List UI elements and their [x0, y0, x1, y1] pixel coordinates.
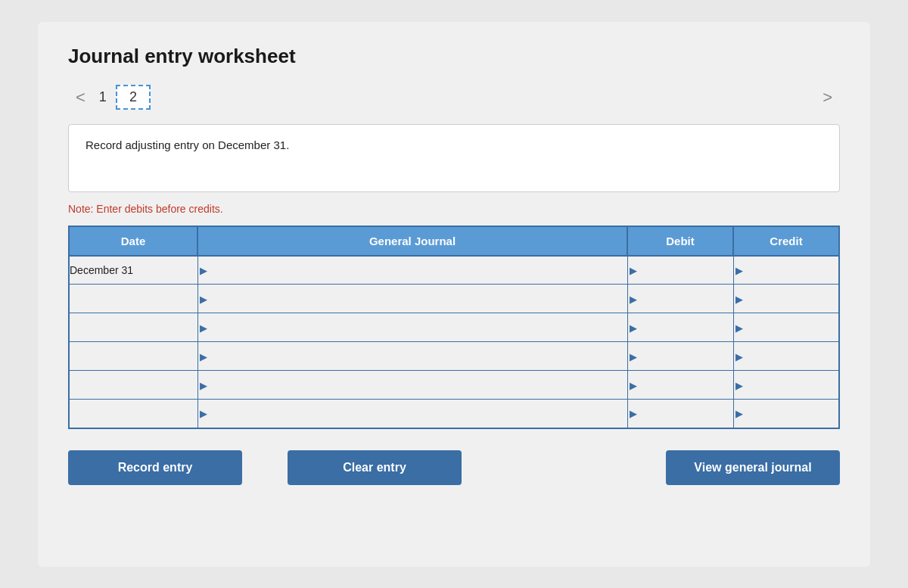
- header-debit: Debit: [627, 226, 733, 256]
- arrow-icon: ▶: [630, 350, 637, 362]
- journal-cell-1[interactable]: ▶: [197, 285, 627, 313]
- debit-input[interactable]: [628, 313, 733, 341]
- date-cell-1: [69, 285, 197, 313]
- debit-cell-2[interactable]: ▶: [627, 313, 733, 342]
- credit-cell-5[interactable]: ▶: [733, 400, 839, 428]
- debit-cell-1[interactable]: ▶: [627, 285, 733, 313]
- arrow-icon: ▶: [630, 293, 637, 304]
- header-journal: General Journal: [197, 226, 627, 256]
- journal-input[interactable]: [198, 313, 627, 341]
- instruction-box: Record adjusting entry on December 31.: [68, 124, 840, 192]
- arrow-icon: ▶: [735, 322, 743, 333]
- date-cell-3: [69, 342, 197, 371]
- journal-table: Date General Journal Debit Credit Decemb…: [68, 226, 840, 429]
- journal-cell-3[interactable]: ▶: [197, 342, 627, 371]
- credit-cell-2[interactable]: ▶: [733, 313, 839, 342]
- table-row: ▶▶▶: [69, 342, 839, 371]
- debit-input[interactable]: [628, 371, 733, 399]
- credit-cell-0[interactable]: ▶: [733, 256, 839, 285]
- journal-input[interactable]: [198, 257, 627, 285]
- credit-input[interactable]: [734, 342, 839, 370]
- arrow-icon: ▶: [630, 264, 637, 275]
- credit-input[interactable]: [734, 313, 839, 341]
- main-container: Journal entry worksheet < 1 2 > Record a…: [38, 22, 870, 567]
- arrow-icon: ▶: [735, 264, 743, 275]
- arrow-icon: ▶: [735, 408, 743, 419]
- journal-input[interactable]: [198, 285, 627, 313]
- arrow-icon: ▶: [200, 322, 207, 333]
- header-credit: Credit: [733, 226, 839, 256]
- note-text: Note: Enter debits before credits.: [68, 203, 840, 215]
- journal-cell-0[interactable]: ▶: [197, 256, 627, 285]
- arrow-icon: ▶: [735, 350, 743, 362]
- page-2-number-box[interactable]: 2: [116, 85, 151, 110]
- arrow-icon: ▶: [630, 322, 637, 333]
- credit-input[interactable]: [734, 371, 839, 399]
- navigation-row: < 1 2 >: [68, 85, 840, 110]
- date-cell-5: [69, 400, 197, 428]
- journal-cell-5[interactable]: ▶: [197, 400, 627, 428]
- table-row: December 31▶▶▶: [69, 256, 839, 285]
- view-general-journal-button[interactable]: View general journal: [666, 450, 840, 485]
- credit-cell-4[interactable]: ▶: [733, 371, 839, 400]
- arrow-icon: ▶: [200, 350, 207, 362]
- debit-cell-3[interactable]: ▶: [627, 342, 733, 371]
- arrow-icon: ▶: [735, 379, 743, 390]
- table-row: ▶▶▶: [69, 313, 839, 342]
- arrow-icon: ▶: [735, 293, 743, 304]
- credit-input[interactable]: [734, 257, 839, 285]
- prev-arrow[interactable]: <: [68, 85, 93, 110]
- date-cell-2: [69, 313, 197, 342]
- credit-input[interactable]: [734, 285, 839, 313]
- record-entry-button[interactable]: Record entry: [68, 450, 242, 485]
- arrow-icon: ▶: [630, 408, 637, 419]
- credit-cell-1[interactable]: ▶: [733, 285, 839, 313]
- journal-input[interactable]: [198, 371, 627, 399]
- debit-cell-5[interactable]: ▶: [627, 400, 733, 428]
- journal-cell-4[interactable]: ▶: [197, 371, 627, 400]
- journal-input[interactable]: [198, 342, 627, 370]
- button-row: Record entry Clear entry View general jo…: [68, 450, 840, 485]
- credit-cell-3[interactable]: ▶: [733, 342, 839, 371]
- arrow-icon: ▶: [200, 408, 207, 419]
- debit-input[interactable]: [628, 257, 733, 285]
- table-row: ▶▶▶: [69, 400, 839, 428]
- debit-input[interactable]: [628, 285, 733, 313]
- date-cell-0: December 31: [69, 256, 197, 285]
- arrow-icon: ▶: [200, 293, 207, 304]
- journal-input[interactable]: [198, 400, 627, 428]
- debit-cell-0[interactable]: ▶: [627, 256, 733, 285]
- date-cell-4: [69, 371, 197, 400]
- debit-cell-4[interactable]: ▶: [627, 371, 733, 400]
- table-row: ▶▶▶: [69, 285, 839, 313]
- arrow-icon: ▶: [200, 379, 207, 390]
- debit-input[interactable]: [628, 400, 733, 428]
- arrow-icon: ▶: [200, 264, 207, 275]
- debit-input[interactable]: [628, 342, 733, 370]
- arrow-icon: ▶: [630, 379, 637, 390]
- page-title: Journal entry worksheet: [68, 45, 840, 68]
- credit-input[interactable]: [734, 400, 839, 428]
- page-1-number[interactable]: 1: [99, 89, 107, 105]
- next-arrow[interactable]: >: [815, 85, 840, 110]
- instruction-text: Record adjusting entry on December 31.: [86, 138, 289, 151]
- header-date: Date: [69, 226, 197, 256]
- journal-cell-2[interactable]: ▶: [197, 313, 627, 342]
- clear-entry-button[interactable]: Clear entry: [288, 450, 462, 485]
- table-row: ▶▶▶: [69, 371, 839, 400]
